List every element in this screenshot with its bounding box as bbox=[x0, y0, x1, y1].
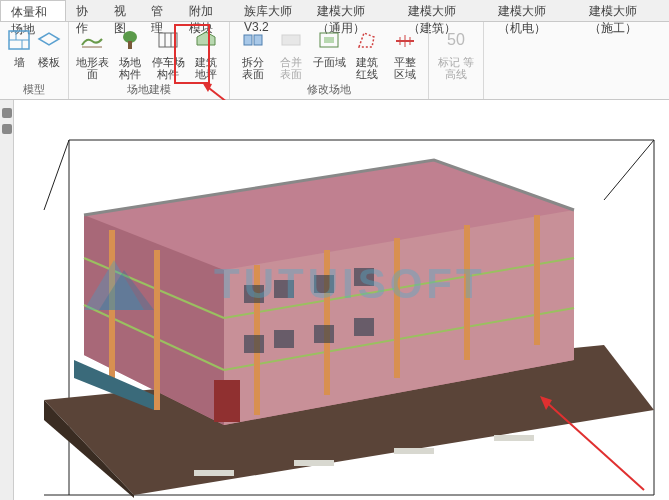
tab-family-master[interactable]: 族库大师V3.2 bbox=[234, 0, 307, 21]
tab-manage[interactable]: 管理 bbox=[141, 0, 179, 21]
svg-rect-5 bbox=[128, 41, 132, 49]
redline-label: 建筑 红线 bbox=[350, 56, 384, 80]
svg-rect-26 bbox=[534, 215, 540, 345]
floor-button[interactable]: 楼板 bbox=[34, 24, 64, 68]
model-render bbox=[14, 100, 669, 500]
svg-rect-37 bbox=[294, 460, 334, 466]
svg-rect-20 bbox=[109, 230, 115, 380]
tree-icon bbox=[116, 26, 144, 54]
building-pad-label: 建筑 地坪 bbox=[189, 56, 223, 80]
svg-rect-25 bbox=[464, 225, 470, 360]
tab-model-general[interactable]: 建模大师（通用） bbox=[307, 0, 397, 21]
model-canvas[interactable]: TUTUISOFT bbox=[14, 100, 669, 500]
subregion-icon bbox=[315, 26, 343, 54]
building-pad-button[interactable]: 建筑 地坪 bbox=[187, 24, 225, 80]
tab-view[interactable]: 视图 bbox=[104, 0, 142, 21]
tab-collaborate[interactable]: 协作 bbox=[66, 0, 104, 21]
parking-icon bbox=[154, 26, 182, 54]
redline-icon bbox=[353, 26, 381, 54]
ribbon-tabs: 体量和场地 协作 视图 管理 附加模块 族库大师V3.2 建模大师（通用） 建模… bbox=[0, 0, 669, 22]
svg-rect-29 bbox=[314, 275, 334, 293]
rail-icon[interactable] bbox=[2, 124, 12, 134]
label-contour-button: 50 标记 等高线 bbox=[433, 24, 479, 80]
svg-rect-34 bbox=[354, 318, 374, 336]
svg-rect-38 bbox=[394, 448, 434, 454]
ribbon-group-modify-site: 拆分 表面 合并 表面 子面域 建筑 红线 平整 区域 修改场地 bbox=[230, 22, 429, 99]
svg-rect-35 bbox=[214, 380, 240, 422]
graded-region-button[interactable]: 平整 区域 bbox=[386, 24, 424, 80]
tab-addins[interactable]: 附加模块 bbox=[179, 0, 234, 21]
wall-icon bbox=[5, 26, 33, 54]
merge-surface-button: 合并 表面 bbox=[272, 24, 310, 80]
svg-rect-32 bbox=[274, 330, 294, 348]
subregion-button[interactable]: 子面域 bbox=[310, 24, 348, 68]
parking-button[interactable]: 停车场 构件 bbox=[149, 24, 187, 80]
group-label-modify: 修改场地 bbox=[234, 80, 424, 99]
rail-icon[interactable] bbox=[2, 108, 12, 118]
svg-rect-27 bbox=[244, 285, 264, 303]
floor-label: 楼板 bbox=[38, 56, 60, 68]
terrain-label: 地形表面 bbox=[75, 56, 109, 80]
split-surface-button[interactable]: 拆分 表面 bbox=[234, 24, 272, 80]
svg-rect-24 bbox=[394, 238, 400, 378]
ribbon: 墙 楼板 模型 地形表面 场地 构件 停车场 构件 bbox=[0, 22, 669, 100]
site-comp-label: 场地 构件 bbox=[113, 56, 147, 80]
svg-rect-39 bbox=[494, 435, 534, 441]
svg-rect-31 bbox=[244, 335, 264, 353]
site-component-button[interactable]: 场地 构件 bbox=[111, 24, 149, 80]
svg-rect-6 bbox=[159, 33, 177, 47]
parking-label: 停车场 构件 bbox=[151, 56, 185, 80]
split-label: 拆分 表面 bbox=[236, 56, 270, 80]
property-line-button[interactable]: 建筑 红线 bbox=[348, 24, 386, 80]
viewport: TUTUISOFT bbox=[0, 100, 669, 500]
wall-button[interactable]: 墙 bbox=[4, 24, 34, 68]
svg-rect-30 bbox=[354, 268, 374, 286]
merge-label: 合并 表面 bbox=[274, 56, 308, 80]
svg-rect-11 bbox=[282, 35, 300, 45]
tab-model-construction[interactable]: 建模大师（施工） bbox=[579, 0, 669, 21]
svg-rect-36 bbox=[194, 470, 234, 476]
ribbon-group-model: 墙 楼板 模型 bbox=[0, 22, 69, 99]
ribbon-group-contour: 50 标记 等高线 bbox=[429, 22, 484, 99]
building-pad-icon bbox=[192, 26, 220, 54]
contour-value: 50 bbox=[442, 26, 470, 54]
graded-icon bbox=[391, 26, 419, 54]
split-icon bbox=[239, 26, 267, 54]
svg-rect-28 bbox=[274, 280, 294, 298]
graded-label: 平整 区域 bbox=[388, 56, 422, 80]
tab-model-mep[interactable]: 建模大师（机电） bbox=[488, 0, 578, 21]
svg-rect-21 bbox=[154, 250, 160, 410]
svg-rect-13 bbox=[324, 37, 334, 43]
merge-icon bbox=[277, 26, 305, 54]
floor-icon bbox=[35, 26, 63, 54]
svg-rect-9 bbox=[244, 35, 252, 45]
view-control-bar[interactable] bbox=[0, 100, 14, 500]
wall-label: 墙 bbox=[14, 56, 25, 68]
svg-rect-33 bbox=[314, 325, 334, 343]
ribbon-group-site-model: 地形表面 场地 构件 停车场 构件 建筑 地坪 场地建模 bbox=[69, 22, 230, 99]
group-label-site: 场地建模 bbox=[73, 80, 225, 99]
tab-model-building[interactable]: 建模大师（建筑） bbox=[398, 0, 488, 21]
tab-massing-site[interactable]: 体量和场地 bbox=[0, 0, 66, 21]
terrain-icon bbox=[78, 26, 106, 54]
contour-label: 标记 等高线 bbox=[435, 56, 477, 80]
svg-rect-23 bbox=[324, 250, 330, 395]
terrain-button[interactable]: 地形表面 bbox=[73, 24, 111, 80]
svg-rect-10 bbox=[254, 35, 262, 45]
group-label-model: 模型 bbox=[4, 80, 64, 99]
subregion-label: 子面域 bbox=[313, 56, 346, 68]
